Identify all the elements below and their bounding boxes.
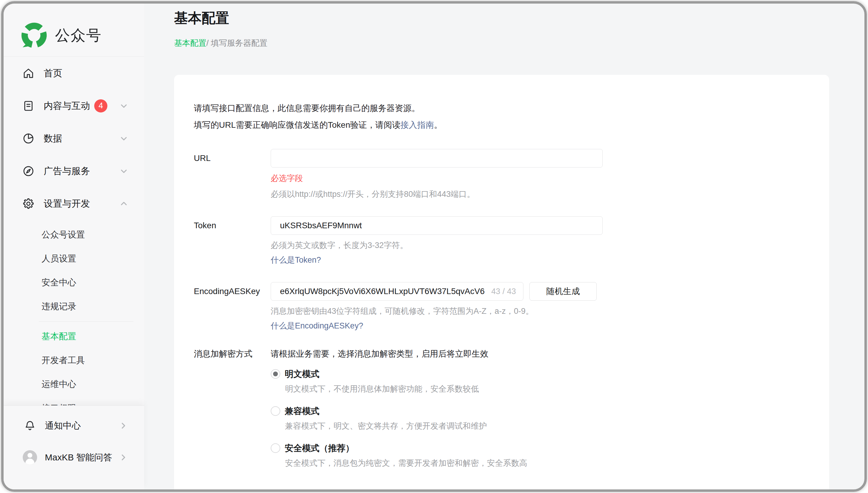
url-input[interactable] [271,149,603,168]
subitem-label: 公众号设置 [42,229,85,241]
option-secure: 安全模式（推荐） 安全模式下，消息包为纯密文，需要开发者加密和解密，安全系数高 [271,442,809,468]
intro-text: 请填写接口配置信息，此信息需要你拥有自己的服务器资源。 填写的URL需要正确响应… [194,100,809,133]
what-is-token-link[interactable]: 什么是Token? [271,255,809,265]
chevron-down-icon [119,134,129,143]
option-plaintext-radio-row[interactable]: 明文模式 [271,368,809,380]
intro-line-1: 请填写接口配置信息，此信息需要你拥有自己的服务器资源。 [194,100,809,117]
aeskey-hint: 消息加密密钥由43位字符组成，可随机修改，字符范围为A-Z，a-z，0-9。 [271,306,809,317]
page-title: 基本配置 [174,9,229,27]
chevron-up-icon [119,199,129,209]
encrypt-mode-label: 消息加解密方式 [194,348,271,479]
server-config-form: URL 必选字段 必须以http://或https://开头，分别支持80端口和… [194,149,809,479]
content-icon [22,99,35,112]
subitem-label: 违规记录 [42,301,76,313]
sidebar-item-settings[interactable]: 设置与开发 [4,187,144,220]
sidebar-sub-divider [39,321,133,322]
subitem-label: 基本配置 [42,330,76,343]
subitem-label: 运维中心 [42,379,76,390]
sidebar-item-label: 首页 [44,67,62,80]
what-is-aeskey-link[interactable]: 什么是EncodingAESKey? [271,320,809,331]
option-plaintext-desc: 明文模式下，不使用消息体加解密功能，安全系数较低 [285,384,809,394]
option-label: 明文模式 [285,368,320,380]
sidebar-item-label: 广告与服务 [44,165,90,177]
app-window: 公众号 首页 内容与互动 4 [1,1,867,492]
sidebar-item-ads[interactable]: 广告与服务 [4,155,144,187]
breadcrumb-basic-config-link[interactable]: 基本配置 [174,39,207,47]
encrypt-mode-options: 明文模式 明文模式下，不使用消息体加解密功能，安全系数较低 兼容模式 兼容模式下… [271,368,809,468]
sidebar-item-data[interactable]: 数据 [4,122,144,155]
sidebar-item-label: 设置与开发 [44,197,90,210]
avatar-icon [23,450,37,465]
main-content: 基本配置 基本配置/ 填写服务器配置 请填写接口配置信息，此信息需要你拥有自己的… [144,4,864,489]
sidebar-subitem-basic-config[interactable]: 基本配置 [4,325,144,348]
sidebar-subitem-account-settings[interactable]: 公众号设置 [4,223,144,247]
bell-icon [23,419,37,433]
sidebar-subitem-developer-tools[interactable]: 开发者工具 [4,348,144,372]
sidebar-menu: 首页 内容与互动 4 数据 [4,57,144,420]
home-icon [22,67,35,80]
aeskey-char-counter: 43 / 43 [490,287,516,296]
random-generate-button[interactable]: 随机生成 [529,282,597,301]
wechat-official-account-logo-icon [20,22,48,49]
subitem-label: 人员设置 [42,253,76,265]
option-compatible: 兼容模式 兼容模式下，明文、密文将共存，方便开发者调试和维护 [271,405,809,431]
aeskey-label: EncodingAESKey [194,282,271,331]
sidebar-divider [4,56,144,57]
sidebar-item-label: MaxKB 智能问答 [45,451,112,464]
radio-unselected-icon[interactable] [271,443,280,453]
chevron-down-icon [119,101,129,111]
server-config-card: 请填写接口配置信息，此信息需要你拥有自己的服务器资源。 填写的URL需要正确响应… [174,75,829,492]
sidebar-bottom-panel: 通知中心 MaxKB 智能问答 [4,405,144,489]
sidebar-subitem-ops-center[interactable]: 运维中心 [4,372,144,396]
brand-logo: 公众号 [4,4,144,56]
token-input[interactable]: uKSRSbsAEF9Mnnwt [271,216,603,235]
option-label: 安全模式（推荐） [285,442,354,454]
sidebar-item-label: 数据 [44,132,62,145]
subitem-label: 开发者工具 [42,355,85,366]
radio-selected-icon[interactable] [271,369,280,379]
breadcrumb: 基本配置/ 填写服务器配置 [174,38,267,48]
sidebar-subitem-security-center[interactable]: 安全中心 [4,271,144,295]
intro-line-2: 填写的URL需要正确响应微信发送的Token验证，请阅读接入指南。 [194,117,809,133]
notification-count-badge: 4 [94,99,107,112]
option-compatible-desc: 兼容模式下，明文、密文将共存，方便开发者调试和维护 [285,421,809,431]
option-plaintext: 明文模式 明文模式下，不使用消息体加解密功能，安全系数较低 [271,368,809,394]
data-pie-icon [22,132,35,145]
token-hint: 必须为英文或数字，长度为3-32字符。 [271,240,809,251]
url-row: URL 必选字段 必须以http://或https://开头，分别支持80端口和… [194,149,809,199]
option-secure-radio-row[interactable]: 安全模式（推荐） [271,442,809,454]
access-guide-link[interactable]: 接入指南 [400,120,434,130]
sidebar-item-content[interactable]: 内容与互动 4 [4,89,144,122]
breadcrumb-current: / 填写服务器配置 [207,39,267,47]
chevron-down-icon [119,166,129,176]
aeskey-row: EncodingAESKey e6XrlqUW8pcKj5VoVi6X6WLHL… [194,282,809,331]
aeskey-input[interactable]: e6XrlqUW8pcKj5VoVi6X6WLHLxpUVT6W37L5qvAc… [271,282,523,301]
sidebar-item-notification-center[interactable]: 通知中心 [4,410,144,442]
url-label: URL [194,149,271,199]
chevron-right-icon [118,421,128,430]
sidebar-subitem-staff-settings[interactable]: 人员设置 [4,247,144,271]
option-label: 兼容模式 [285,405,320,417]
sidebar: 公众号 首页 内容与互动 4 [4,4,144,489]
sidebar-item-maxkb[interactable]: MaxKB 智能问答 [4,442,144,473]
chevron-right-icon [118,453,128,462]
option-compatible-radio-row[interactable]: 兼容模式 [271,405,809,417]
encrypt-mode-row: 消息加解密方式 请根据业务需要，选择消息加解密类型，启用后将立即生效 明文模式 … [194,348,809,479]
sidebar-subitem-violation-records[interactable]: 违规记录 [4,295,144,319]
brand-name: 公众号 [55,25,102,45]
sidebar-item-home[interactable]: 首页 [4,57,144,89]
encrypt-mode-desc: 请根据业务需要，选择消息加解密类型，启用后将立即生效 [271,348,809,360]
token-label: Token [194,216,271,265]
settings-gear-icon [22,197,35,210]
sidebar-item-label: 通知中心 [45,420,81,432]
subitem-label: 安全中心 [42,277,76,289]
url-hint: 必须以http://或https://开头，分别支持80端口和443端口。 [271,189,809,199]
sidebar-item-label: 内容与互动 [44,100,90,112]
option-secure-desc: 安全模式下，消息包为纯密文，需要开发者加密和解密，安全系数高 [285,458,809,468]
token-row: Token uKSRSbsAEF9Mnnwt 必须为英文或数字，长度为3-32字… [194,216,809,265]
radio-unselected-icon[interactable] [271,406,280,416]
ads-compass-icon [22,165,35,178]
url-error: 必选字段 [271,173,809,184]
